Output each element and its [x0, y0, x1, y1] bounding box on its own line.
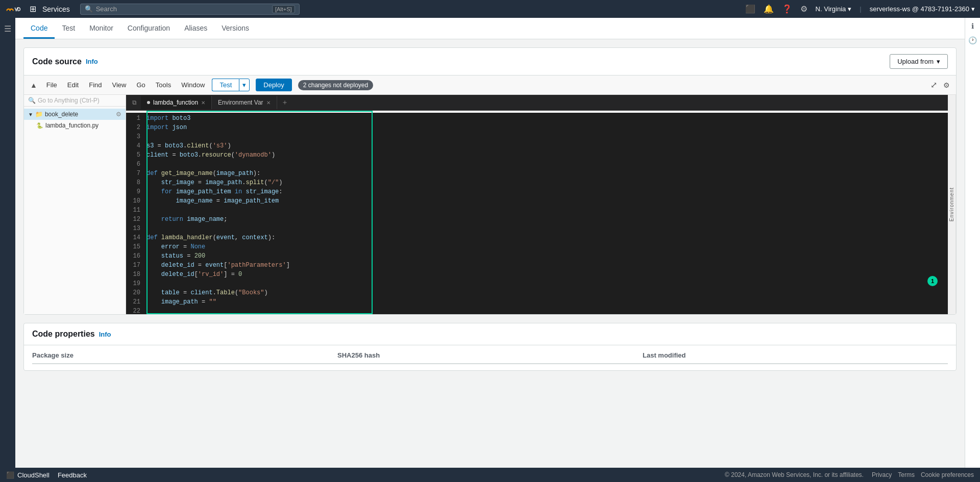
- file-label: lambda_function.py: [45, 122, 99, 129]
- file-tree: 🔍 ▼ 📁 book_delete ⚙ 🐍 lambda_function.py: [24, 95, 126, 314]
- code-line-10: 10 image_name = image_path_item: [126, 196, 948, 206]
- col-sha256: SHA256 hash: [337, 351, 643, 364]
- aws-logo[interactable]: [5, 4, 21, 14]
- code-line-15: 15 error = None: [126, 242, 948, 251]
- tab-bar: Code Test Monitor Configuration Aliases …: [15, 18, 965, 39]
- folder-expand-icon: ▼: [28, 112, 33, 117]
- editor-tabs: ⧉ lambda_function ✕ Environment Var ✕ ＋: [126, 95, 948, 111]
- editor-toolbar: ▲ File Edit Find View Go Tools Window Te…: [24, 75, 956, 95]
- help-icon[interactable]: ❓: [782, 4, 792, 14]
- folder-label: book_delete: [45, 111, 78, 118]
- code-props-header: Code properties Info: [24, 323, 956, 345]
- tab-code[interactable]: Code: [23, 19, 55, 39]
- right-info-icon[interactable]: ℹ: [971, 22, 974, 30]
- region-chevron: ▾: [848, 5, 851, 13]
- code-area-wrap: ⧉ lambda_function ✕ Environment Var ✕ ＋: [126, 95, 948, 314]
- code-line-9: 9 for image_path_item in str_image:: [126, 187, 948, 196]
- deploy-button[interactable]: Deploy: [256, 79, 291, 91]
- menu-view[interactable]: View: [109, 80, 130, 90]
- file-search-input[interactable]: [38, 97, 121, 104]
- code-line-21: 21 image_path = "": [126, 297, 948, 307]
- code-line-16: 16 status = 200: [126, 251, 948, 261]
- code-line-17: 17 delete_id = event['pathParameters']: [126, 261, 948, 270]
- menu-window[interactable]: Window: [178, 80, 208, 90]
- search-bar[interactable]: 🔍 [Alt+S]: [80, 4, 300, 15]
- code-content[interactable]: 1 1import boto3 2import json 3 4s3 = bot…: [126, 111, 948, 314]
- code-line-19: 19: [126, 279, 948, 288]
- code-line-12: 12 return image_name;: [126, 215, 948, 224]
- region-label: N. Virginia: [816, 5, 846, 13]
- code-line-8: 8 str_image = image_path.split("/"): [126, 178, 948, 187]
- editor-tab-lambda[interactable]: lambda_function ✕: [141, 96, 212, 109]
- editor-tab-envvar-label: Environment Var: [218, 99, 263, 106]
- props-columns: Package size SHA256 hash Last modified: [24, 345, 956, 370]
- folder-icon: 📁: [35, 111, 43, 118]
- tab-versions[interactable]: Versions: [214, 19, 256, 39]
- col-package-size: Package size: [32, 351, 337, 364]
- tab-aliases[interactable]: Aliases: [177, 19, 214, 39]
- file-tree-content: ▼ 📁 book_delete ⚙ 🐍 lambda_function.py: [24, 107, 126, 133]
- copy-icon[interactable]: ⧉: [128, 96, 141, 109]
- left-sidebar: ☰: [0, 18, 15, 393]
- code-line-1: 1import boto3: [126, 114, 948, 123]
- code-line-13: 13: [126, 224, 948, 233]
- menu-file[interactable]: File: [43, 80, 60, 90]
- tab-indicator: [147, 101, 150, 104]
- code-line-22: 22: [126, 307, 948, 314]
- test-dropdown-button[interactable]: ▾: [239, 79, 250, 91]
- changes-badge: 2 changes not deployed: [298, 80, 373, 90]
- file-item-lambda[interactable]: 🐍 lambda_function.py: [24, 120, 126, 131]
- panel-title: Code source Info: [32, 57, 98, 66]
- folder-gear-icon[interactable]: ⚙: [116, 111, 121, 118]
- account-selector[interactable]: serverless-ws @ 4783-7191-2360 ▾: [870, 5, 975, 13]
- editor-tab-envvar[interactable]: Environment Var ✕: [212, 96, 277, 109]
- code-props-info-link[interactable]: Info: [99, 331, 111, 338]
- code-line-18: 18 delete_id['rv_id'] = 0: [126, 270, 948, 279]
- terminal-icon[interactable]: ⬛: [745, 4, 755, 14]
- menu-edit[interactable]: Edit: [64, 80, 82, 90]
- upload-from-button[interactable]: Upload from ▾: [890, 54, 948, 69]
- upload-from-chevron: ▾: [937, 58, 940, 65]
- test-btn-group: Test ▾: [212, 79, 250, 91]
- code-lines: 1import boto3 2import json 3 4s3 = boto3…: [126, 113, 948, 314]
- code-line-2: 2import json: [126, 123, 948, 132]
- tab-test[interactable]: Test: [55, 19, 82, 39]
- close-tab-lambda[interactable]: ✕: [201, 100, 205, 106]
- bell-icon[interactable]: 🔔: [764, 4, 774, 14]
- search-input[interactable]: [96, 5, 269, 13]
- search-shortcut: [Alt+S]: [272, 5, 295, 13]
- region-selector[interactable]: N. Virginia ▾: [816, 5, 852, 13]
- right-panel: ℹ 🕐: [965, 18, 980, 393]
- tab-monitor[interactable]: Monitor: [82, 19, 120, 39]
- menu-go[interactable]: Go: [133, 80, 148, 90]
- nav-icons: ⬛ 🔔 ❓ ⚙ N. Virginia ▾ | serverless-ws @ …: [745, 4, 975, 14]
- code-source-header: Code source Info Upload from ▾: [24, 48, 956, 75]
- test-button[interactable]: Test: [212, 79, 239, 91]
- services-label[interactable]: Services: [42, 5, 70, 13]
- code-line-7: 7def get_image_name(image_path):: [126, 169, 948, 178]
- new-tab-button[interactable]: ＋: [277, 95, 292, 110]
- search-tree-icon: 🔍: [28, 97, 36, 104]
- sidebar-menu-icon[interactable]: ☰: [2, 22, 13, 36]
- close-tab-envvar[interactable]: ✕: [266, 100, 271, 106]
- code-props-title: Code properties: [32, 329, 95, 339]
- right-clock-icon[interactable]: 🕐: [968, 36, 977, 44]
- search-icon: 🔍: [85, 5, 93, 13]
- grid-icon[interactable]: ⊞: [28, 3, 38, 15]
- account-label: serverless-ws @ 4783-7191-2360: [870, 5, 969, 13]
- main-content: Code Test Monitor Configuration Aliases …: [15, 18, 965, 379]
- editor-tab-lambda-label: lambda_function: [153, 99, 198, 106]
- menu-tools[interactable]: Tools: [153, 80, 174, 90]
- folder-item-book-delete[interactable]: ▼ 📁 book_delete ⚙: [24, 109, 126, 120]
- editor-settings-icon[interactable]: ⚙: [941, 80, 952, 90]
- expand-icon[interactable]: ⤢: [930, 80, 937, 90]
- code-line-20: 20 table = client.Table("Books"): [126, 288, 948, 297]
- code-source-info-link[interactable]: Info: [86, 58, 98, 65]
- tab-configuration[interactable]: Configuration: [120, 19, 177, 39]
- collapse-icon[interactable]: ▲: [28, 80, 39, 90]
- file-search[interactable]: 🔍: [24, 95, 126, 107]
- code-properties-panel: Code properties Info Package size SHA256…: [23, 323, 957, 371]
- menu-find[interactable]: Find: [86, 80, 105, 90]
- code-source-title: Code source: [32, 57, 82, 66]
- settings-icon[interactable]: ⚙: [800, 4, 807, 14]
